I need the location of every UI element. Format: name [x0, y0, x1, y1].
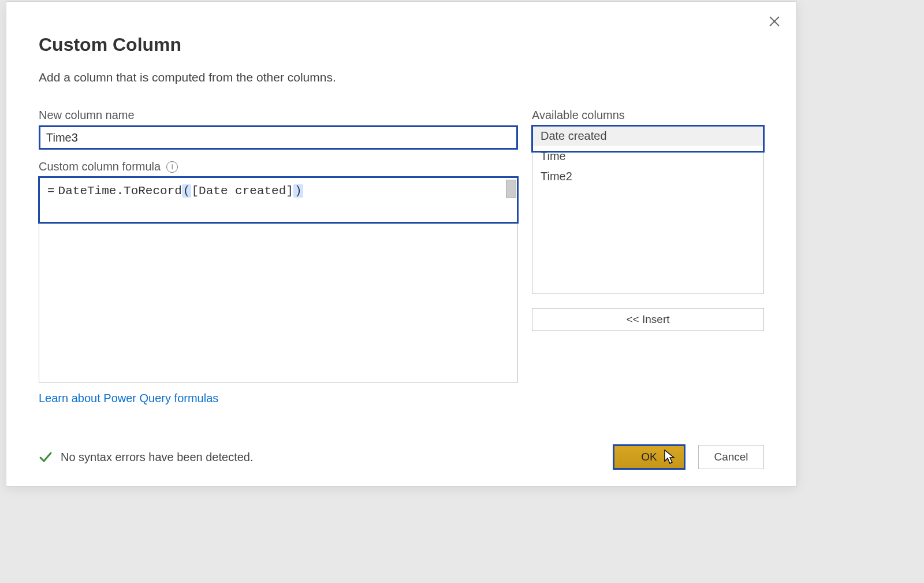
insert-button[interactable]: << Insert [532, 308, 764, 331]
available-columns-label: Available columns [532, 109, 764, 122]
scrollbar-thumb[interactable] [506, 180, 516, 198]
cancel-button-label: Cancel [714, 451, 748, 463]
info-icon[interactable]: i [166, 161, 178, 173]
dialog-title: Custom Column [39, 34, 764, 55]
status-row: No syntax errors have been detected. [39, 450, 254, 464]
formula-function: DateTime.ToRecord [58, 184, 182, 198]
column-name-label: New column name [39, 109, 518, 122]
cancel-button[interactable]: Cancel [698, 445, 764, 469]
formula-editor[interactable]: = DateTime.ToRecord([Date created]) [39, 177, 518, 383]
available-columns-list[interactable]: Date created Time Time2 [532, 125, 764, 294]
help-link[interactable]: Learn about Power Query formulas [39, 392, 218, 405]
insert-button-label: << Insert [627, 313, 670, 326]
close-icon [768, 15, 781, 28]
formula-prefix: = [47, 184, 55, 198]
status-text: No syntax errors have been detected. [61, 451, 254, 464]
check-icon [39, 450, 53, 464]
available-column-item[interactable]: Date created [532, 126, 763, 146]
paren-close: ) [293, 184, 303, 198]
ok-button-label: OK [641, 451, 657, 463]
formula-text: = DateTime.ToRecord([Date created]) [39, 177, 517, 205]
mouse-cursor-icon [664, 450, 676, 465]
formula-label: Custom column formula [39, 160, 161, 173]
column-name-input[interactable] [39, 125, 518, 150]
formula-argument: [Date created] [191, 184, 293, 198]
close-button[interactable] [763, 10, 786, 33]
available-column-item[interactable]: Time [532, 146, 763, 166]
ok-button[interactable]: OK [613, 444, 685, 470]
custom-column-dialog: Custom Column Add a column that is compu… [6, 1, 797, 487]
dialog-subtitle: Add a column that is computed from the o… [39, 70, 764, 84]
svg-marker-2 [665, 450, 674, 463]
available-column-item[interactable]: Time2 [532, 166, 763, 187]
paren-open: ( [182, 184, 192, 198]
